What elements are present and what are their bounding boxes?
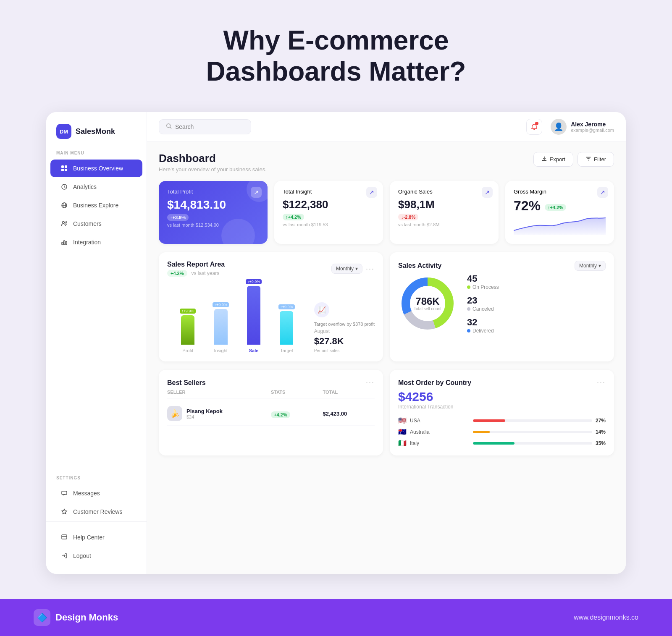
kpi-label: Gross Margin	[514, 188, 606, 195]
kpi-badge: ↑+4.2%	[283, 214, 304, 220]
report-value: $27.8K	[314, 336, 344, 347]
dashboard-wrapper: DM SalesMonk MAIN MENU Business Overview	[0, 104, 672, 599]
bar-fill	[214, 309, 228, 345]
avatar: 👤	[551, 119, 567, 135]
bar-fill	[280, 311, 293, 345]
sidebar-item-business-overview[interactable]: Business Overview	[50, 160, 142, 177]
user-info: 👤 Alex Jerome example@gmail.com	[551, 119, 614, 135]
report-month: August	[314, 328, 330, 334]
sidebar-item-logout[interactable]: Logout	[50, 547, 142, 565]
country-usa: 🇺🇸 USA 27%	[398, 416, 606, 424]
logo-text: SalesMonk	[76, 127, 115, 136]
kpi-total-profit: ↗ Total Profit $14,813.10 ↑+3.9% vs last…	[159, 181, 268, 244]
stats-badge: +4.2%	[271, 411, 290, 418]
grid-icon	[60, 165, 68, 172]
sidebar-item-label: Logout	[73, 552, 91, 559]
sales-activity-card: Sales Activity Monthly ▾	[390, 252, 614, 361]
footer-brand: 🔷 Design Monks	[34, 609, 118, 626]
sidebar-item-customer-reviews[interactable]: Customer Reviews	[50, 503, 142, 521]
monthly-filter[interactable]: Monthly ▾	[331, 264, 362, 274]
expand-icon[interactable]: ↗	[482, 187, 493, 198]
notification-dot	[535, 122, 538, 125]
svg-rect-12	[66, 241, 67, 245]
expand-icon[interactable]: ↗	[597, 187, 608, 198]
bar-name: Sale	[249, 348, 259, 353]
country-sub: International Transaction	[398, 404, 606, 410]
sidebar-item-label: Messages	[73, 490, 100, 497]
export-button[interactable]: Export	[533, 152, 574, 167]
country-bar-fill	[473, 442, 514, 445]
country-bar-fill	[473, 431, 490, 433]
sidebar-item-label: Business Explore	[73, 202, 118, 209]
trend-label: Target overflow by $378 profit	[314, 322, 375, 327]
user-details: Alex Jerome example@gmail.com	[571, 121, 614, 133]
sidebar: DM SalesMonk MAIN MENU Business Overview	[46, 112, 147, 574]
help-icon	[60, 534, 68, 541]
footer-brand-name: Design Monks	[55, 612, 118, 623]
seller-avatar: 🍌	[167, 406, 182, 421]
svg-rect-0	[61, 165, 64, 168]
most-order-card: Most Order by Country ··· $4256 Internat…	[390, 370, 614, 455]
expand-icon[interactable]: ↗	[251, 187, 262, 198]
main-menu-label: MAIN MENU	[46, 151, 147, 160]
stat-value: 32	[467, 317, 499, 328]
stat-value: 45	[467, 273, 499, 284]
sidebar-logo: DM SalesMonk	[46, 124, 147, 151]
svg-point-8	[63, 222, 65, 224]
stat-on-process: 45 On Process	[467, 273, 499, 290]
more-options[interactable]: ···	[366, 264, 375, 273]
bar-chart: ↑+9.9% Profit ↑+9.9% Insight	[167, 286, 307, 353]
sidebar-item-help-center[interactable]: Help Center	[50, 529, 142, 546]
stat-value: 23	[467, 295, 499, 306]
country-bar-fill	[473, 419, 505, 422]
seller-stats: +4.2%	[271, 409, 323, 418]
sidebar-item-label: Customers	[73, 220, 102, 227]
sidebar-item-messages[interactable]: Messages	[50, 484, 142, 502]
dash-title-group: Dashboard Here's your overview of your b…	[159, 152, 267, 173]
dashboard-card: DM SalesMonk MAIN MENU Business Overview	[46, 112, 626, 574]
search-icon	[166, 123, 172, 131]
search-bar[interactable]	[159, 119, 251, 134]
country-australia: 🇦🇺 Australia 14%	[398, 428, 606, 436]
activity-monthly-filter[interactable]: Monthly ▾	[575, 261, 606, 271]
bar-chart-icon	[60, 238, 68, 246]
sidebar-bottom: Help Center Logout	[46, 521, 147, 565]
best-sellers-title: Best Sellers	[167, 379, 206, 387]
sidebar-item-analytics[interactable]: Analytics	[50, 178, 142, 196]
col-stats: Stats	[271, 390, 323, 395]
sidebar-item-label: Analytics	[73, 183, 97, 190]
sales-report-right: 📈 Target overflow by $378 profit August …	[314, 302, 375, 353]
seller-info: 🍌 Pisang Kepok $24	[167, 406, 271, 421]
notification-button[interactable]	[526, 119, 542, 135]
star-icon	[60, 508, 68, 516]
bar-profit: ↑+9.9% Profit	[180, 309, 196, 353]
footer-logo-icon: 🔷	[34, 609, 50, 626]
chart-card-header: Sales Activity Monthly ▾	[398, 261, 606, 271]
stat-delivered: 32 Delivered	[467, 317, 499, 334]
kpi-organic-sales: ↗ Organic Sales $98,1M ↓-2.8% vs last mo…	[390, 181, 499, 244]
sidebar-item-business-explore[interactable]: Business Explore	[50, 196, 142, 214]
stat-label: Canceled	[467, 306, 499, 312]
main-content: 👤 Alex Jerome example@gmail.com Dashboar…	[147, 112, 626, 574]
dash-content: Dashboard Here's your overview of your b…	[147, 142, 626, 574]
sidebar-item-customers[interactable]: Customers	[50, 215, 142, 233]
svg-point-9	[66, 222, 67, 223]
table-header: Seller Stats Total	[167, 390, 375, 398]
bar-label: ↑+9.9%	[246, 279, 262, 284]
sidebar-item-integration[interactable]: Integration	[50, 233, 142, 251]
more-options[interactable]: ···	[597, 378, 606, 387]
country-amount: $4256	[398, 390, 606, 404]
dash-title: Dashboard	[159, 152, 267, 165]
more-options[interactable]: ···	[366, 378, 375, 387]
logo-icon: DM	[56, 124, 71, 139]
country-name: Australia	[410, 429, 470, 435]
svg-rect-14	[62, 535, 67, 539]
filter-icon	[585, 156, 591, 163]
search-input[interactable]	[175, 123, 244, 130]
chart-title: Sales Report Area	[167, 261, 225, 268]
chevron-down-icon: ▾	[355, 266, 358, 272]
page-header: Why E-commerce Dashboards Matter?	[0, 0, 672, 104]
country-name: Italy	[410, 440, 470, 446]
filter-button[interactable]: Filter	[578, 152, 614, 167]
expand-icon[interactable]: ↗	[366, 187, 377, 198]
